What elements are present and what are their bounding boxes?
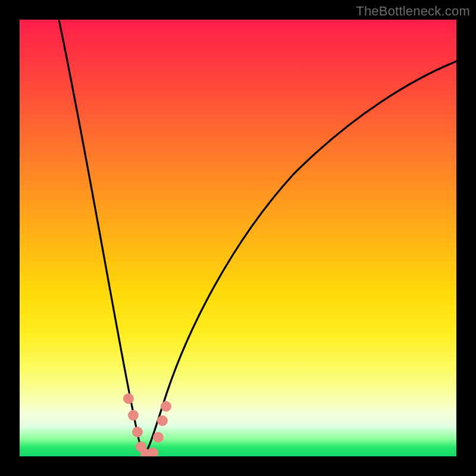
- svg-point-5: [148, 447, 158, 456]
- chart-frame: TheBottleneck.com: [0, 0, 476, 476]
- highlight-markers: [123, 393, 171, 456]
- watermark-text: TheBottleneck.com: [356, 4, 470, 19]
- svg-point-0: [123, 393, 134, 404]
- svg-point-2: [132, 427, 143, 437]
- svg-point-1: [128, 410, 139, 421]
- svg-point-6: [153, 432, 164, 443]
- bottleneck-curve: [20, 20, 456, 456]
- svg-point-7: [157, 415, 168, 426]
- plot-area: [20, 20, 456, 456]
- svg-point-8: [161, 401, 171, 412]
- curve-path: [59, 20, 456, 455]
